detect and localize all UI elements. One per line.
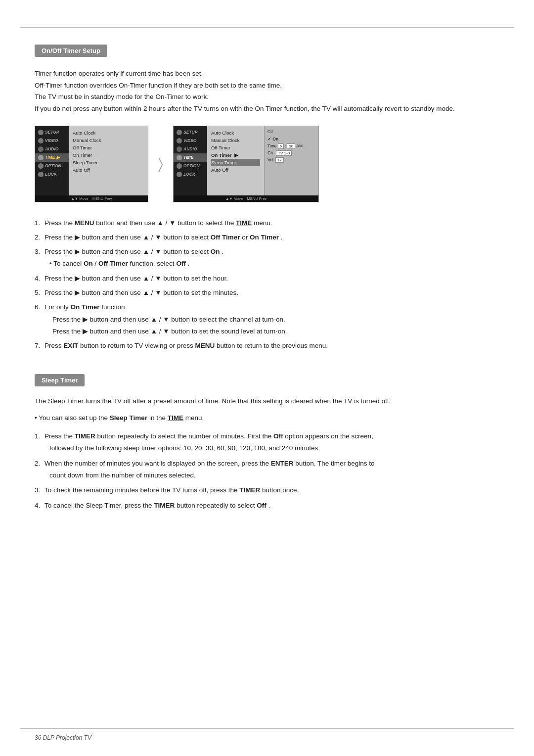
sleep-step-2-main: When the number of minutes you want is d…	[44, 458, 375, 470]
sleep-step-4-num: 4.	[35, 500, 44, 512]
step-1: 1. Press the MENU button and then use ▲ …	[35, 217, 499, 229]
menu-footer-2: ▲▼ Move MENU Prev	[174, 195, 318, 202]
sleep-intro: The Sleep Timer turns the TV off after a…	[35, 395, 499, 407]
sleep-step-4: 4. To cancel the Sleep Timer, press the …	[35, 500, 499, 512]
menu-images-container: SETUP VIDEO AUDIO TIME ▶ OPTION	[35, 126, 499, 202]
intro-line-3: The TV must be in standby mode for the O…	[35, 91, 499, 103]
step-4-num: 4.	[35, 273, 44, 284]
sidebar2-audio: AUDIO	[174, 145, 207, 153]
menu2-ontimer: On Timer ▶	[211, 151, 260, 159]
step-6: 6. For only On Timer function Press the …	[35, 301, 499, 337]
menu2-autoclk: Auto Clock	[211, 129, 260, 137]
step-7-num: 7.	[35, 340, 44, 352]
sleep-timer-section: Sleep Timer The Sleep Timer turns the TV…	[35, 374, 499, 511]
step-4-text: Press the ▶ button and then use ▲ / ▼ bu…	[44, 273, 228, 284]
sleep-bullet: • You can also set up the Sleep Timer in…	[35, 414, 499, 422]
step-2: 2. Press the ▶ button and then use ▲ / ▼…	[35, 232, 499, 243]
sidebar2-video: VIDEO	[174, 137, 207, 145]
sub-ch-row: Ch. TV 2-0	[267, 150, 315, 156]
menu-box-2: SETUP VIDEO AUDIO TIME OPTION	[173, 126, 319, 202]
sleep-timer-title: Sleep Timer	[35, 374, 85, 386]
menu-box-1: SETUP VIDEO AUDIO TIME ▶ OPTION	[35, 126, 148, 202]
sub-vol-val: 17	[275, 157, 284, 163]
menu-item-ontimer: On Timer	[73, 151, 144, 159]
sub-on: ✓ On	[267, 136, 315, 142]
sidebar2-option: OPTION	[174, 162, 207, 170]
step-3-text: Press the ▶ button and then use ▲ / ▼ bu…	[44, 248, 223, 255]
menu2-sleeptimer: Sleep Timer	[211, 159, 260, 166]
sub-ch-val: TV 2-0	[276, 150, 292, 156]
sleep-step-1-main: Press the TIMER button repeatedly to sel…	[44, 430, 373, 442]
on-off-timer-title: On/Off Timer Setup	[35, 45, 107, 57]
sidebar2-lock: LOCK	[174, 170, 207, 179]
sidebar2-setup: SETUP	[174, 128, 207, 137]
sub-time-val2: 30	[287, 143, 295, 149]
sleep-step-3-num: 3.	[35, 484, 44, 496]
intro-text-block: Timer function operates only if current …	[35, 68, 499, 115]
footer-text: 36 DLP Projection TV	[35, 734, 91, 741]
intro-line-4: If you do not press any button within 2 …	[35, 103, 499, 115]
step-1-num: 1.	[35, 217, 44, 229]
menu-sidebar-2: SETUP VIDEO AUDIO TIME OPTION	[174, 126, 207, 202]
sub-time-row: Time 6 : 30 AM	[267, 143, 315, 149]
menu2-manclk: Manual Clock	[211, 137, 260, 144]
footer: 36 DLP Projection TV	[35, 734, 499, 741]
on-off-timer-section: On/Off Timer Setup Timer function operat…	[35, 45, 499, 352]
sub-time-val1: 6	[278, 143, 284, 149]
sub-off: Off	[267, 129, 315, 135]
menu-footer-1: ▲▼ Move MENU Prev	[35, 195, 148, 202]
step-2-text: Press the ▶ button and then use ▲ / ▼ bu…	[44, 232, 283, 243]
menu-item-sleeptimer: Sleep Timer	[73, 159, 144, 166]
step-6-sub2: Press the ▶ button and then use ▲ / ▼ bu…	[52, 326, 287, 337]
step-3-num: 3.	[35, 246, 44, 270]
menu2-offtimer: Off Timer	[211, 144, 260, 151]
sub-vol-row: Vol 17	[267, 157, 315, 163]
step-3: 3. Press the ▶ button and then use ▲ / ▼…	[35, 246, 499, 270]
menu-sidebar-1: SETUP VIDEO AUDIO TIME ▶ OPTION	[35, 126, 69, 202]
step-6-sub1: Press the ▶ button and then use ▲ / ▼ bu…	[52, 314, 287, 326]
sleep-step-2-num: 2.	[35, 458, 44, 482]
menu-item-autooff: Auto Off	[73, 166, 144, 174]
sub-time-ampm: AM	[296, 143, 303, 148]
menu-item-manclk: Manual Clock	[73, 137, 144, 144]
sleep-step-2-sub: count down from the number of minutes se…	[49, 470, 375, 481]
sleep-step-4-text: To cancel the Sleep Timer, press the TIM…	[44, 500, 270, 512]
sub-time-label: Time	[267, 143, 277, 148]
arrow-right: 〉	[158, 155, 163, 173]
sleep-step-3-text: To check the remaining minutes before th…	[44, 484, 299, 496]
step-5: 5. Press the ▶ button and then use ▲ / ▼…	[35, 287, 499, 299]
menu2-autooff: Auto Off	[211, 166, 260, 174]
sleep-step-1: 1. Press the TIMER button repeatedly to …	[35, 430, 499, 455]
sleep-step-1-num: 1.	[35, 430, 44, 455]
top-rule	[20, 27, 514, 28]
sub-vol-label: Vol	[267, 157, 273, 162]
step-7: 7. Press EXIT button to return to TV vie…	[35, 340, 499, 352]
step-6-num: 6.	[35, 301, 44, 337]
sleep-step-2: 2. When the number of minutes you want i…	[35, 458, 499, 482]
sleep-instructions: 1. Press the TIMER button repeatedly to …	[35, 430, 499, 512]
sidebar-item-lock: LOCK	[35, 170, 69, 179]
sidebar-item-option: OPTION	[35, 162, 69, 170]
sleep-step-1-sub: followed by the following sleep timer op…	[49, 442, 373, 454]
sidebar-item-setup: SETUP	[35, 128, 69, 137]
step-1-text: Press the MENU button and then use ▲ / ▼…	[44, 217, 272, 229]
menu-content-1: Auto Clock Manual Clock Off Timer On Tim…	[69, 126, 148, 202]
step-5-text: Press the ▶ button and then use ▲ / ▼ bu…	[44, 287, 238, 299]
sidebar-item-video: VIDEO	[35, 137, 69, 145]
sidebar2-time: TIME	[174, 153, 207, 162]
menu-item-offtimer: Off Timer	[73, 144, 144, 151]
menu-item-autoclk: Auto Clock	[73, 129, 144, 137]
sub-panel: Off ✓ On Time 6 : 30 AM Ch. TV 2-0	[264, 126, 318, 202]
sub-ch-label: Ch.	[267, 150, 274, 155]
sleep-step-3: 3. To check the remaining minutes before…	[35, 484, 499, 496]
menu-content-2: Auto Clock Manual Clock Off Timer On Tim…	[207, 126, 264, 202]
step-6-main: For only On Timer function	[44, 301, 287, 313]
on-off-instructions: 1. Press the MENU button and then use ▲ …	[35, 217, 499, 352]
step-3-bullet: • To cancel On / Off Timer function, sel…	[49, 258, 223, 270]
bottom-rule	[20, 728, 514, 729]
sub-time-colon: :	[285, 143, 286, 148]
intro-line-2: Off-Timer function overrides On-Timer fu…	[35, 80, 499, 92]
step-2-num: 2.	[35, 232, 44, 243]
step-7-text: Press EXIT button to return to TV viewin…	[44, 340, 328, 352]
step-4: 4. Press the ▶ button and then use ▲ / ▼…	[35, 273, 499, 284]
